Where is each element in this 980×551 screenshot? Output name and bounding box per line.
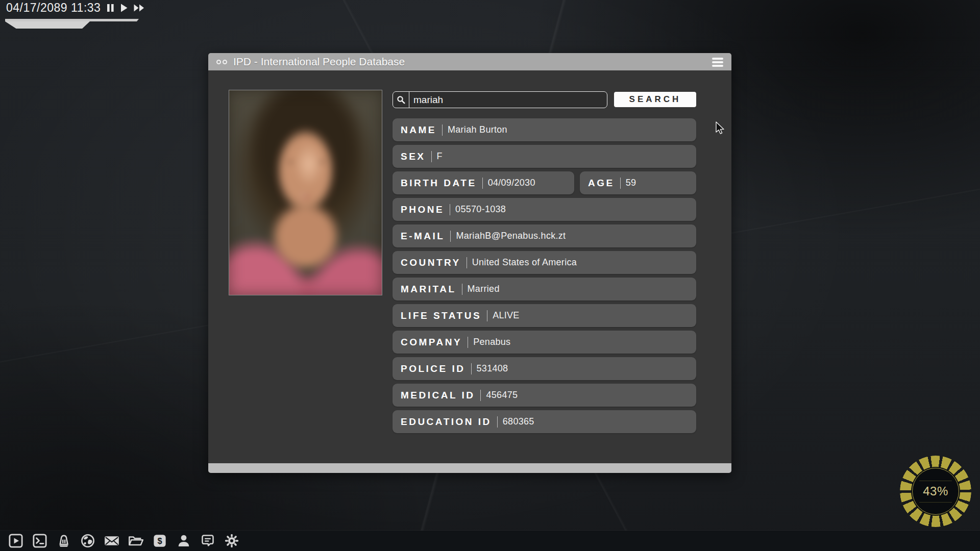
profile-rows: NAME Mariah Burton SEX F BIRTH DATE 04/0… — [393, 118, 696, 437]
money-icon[interactable]: $ — [152, 533, 167, 548]
window-footer — [208, 463, 731, 473]
time-progress-bar — [5, 19, 139, 21]
notes-icon[interactable] — [200, 533, 215, 548]
window-title: IPD - International People Database — [233, 56, 405, 68]
pause-icon[interactable] — [107, 4, 114, 12]
row-life-status: LIFE STATUS ALIVE — [393, 304, 696, 327]
clock-datetime: 04/17/2089 11:33 — [6, 1, 101, 15]
device-icon[interactable] — [56, 533, 71, 548]
window-menu-icon[interactable] — [712, 58, 723, 67]
row-education-id: EDUCATION ID 680365 — [393, 410, 696, 433]
ipd-app-icon — [216, 60, 227, 64]
svg-text:$: $ — [157, 536, 162, 545]
settings-gear-icon[interactable] — [224, 533, 239, 548]
search-button[interactable]: SEARCH — [614, 92, 696, 107]
taskbar: $ — [0, 531, 980, 551]
progress-percent: 43% — [900, 456, 971, 527]
profile-photo — [229, 90, 382, 295]
row-medical-id: MEDICAL ID 456475 — [393, 384, 696, 407]
time-progress-bar-fill — [5, 21, 90, 29]
row-name: NAME Mariah Burton — [393, 118, 696, 141]
row-marital: MARITAL Married — [393, 278, 696, 300]
progress-ring: 43% — [900, 456, 971, 527]
media-player-icon[interactable] — [8, 533, 23, 548]
row-sex: SEX F — [393, 145, 696, 168]
ipd-window: IPD - International People Database SEAR… — [208, 53, 731, 473]
row-birth-date: BIRTH DATE 04/09/2030 — [393, 171, 574, 194]
row-company: COMPANY Penabus — [393, 331, 696, 354]
fast-forward-icon[interactable] — [134, 4, 144, 12]
search-icon — [393, 92, 409, 108]
file-explorer-icon[interactable] — [128, 533, 143, 548]
contacts-icon[interactable] — [176, 533, 191, 548]
row-country: COUNTRY United States of America — [393, 251, 696, 274]
row-phone: PHONE 05570-1038 — [393, 198, 696, 221]
search-box — [393, 91, 607, 108]
window-titlebar[interactable]: IPD - International People Database — [208, 53, 731, 70]
browser-globe-icon[interactable] — [80, 533, 95, 548]
row-age: AGE 59 — [580, 171, 696, 194]
mail-icon[interactable] — [104, 533, 119, 548]
search-input[interactable] — [409, 92, 607, 108]
row-email: E-MAIL MariahB@Penabus.hck.zt — [393, 224, 696, 247]
play-icon[interactable] — [120, 4, 128, 12]
game-clock: 04/17/2089 11:33 — [6, 1, 144, 15]
terminal-icon[interactable] — [32, 533, 47, 548]
row-police-id: POLICE ID 531408 — [393, 357, 696, 380]
